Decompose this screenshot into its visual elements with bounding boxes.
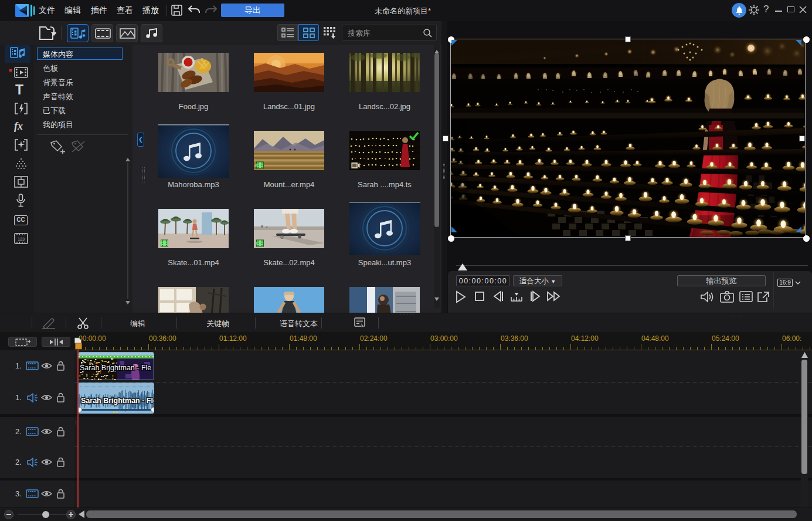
svg-text:123: 123 xyxy=(18,237,25,241)
